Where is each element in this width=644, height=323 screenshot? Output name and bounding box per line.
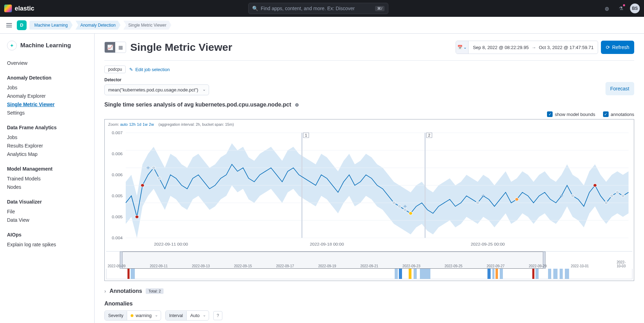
pencil-icon: ✎ bbox=[129, 67, 133, 72]
search-kbd: ⌘/ bbox=[375, 6, 384, 11]
edit-job-selection[interactable]: ✎ Edit job selection bbox=[129, 67, 169, 72]
svg-point-22 bbox=[135, 215, 139, 219]
svg-text:0.006: 0.006 bbox=[112, 152, 123, 156]
space-badge[interactable]: D bbox=[17, 20, 27, 30]
zoom-link[interactable]: 2w bbox=[149, 122, 154, 126]
ml-icon: ✦ bbox=[7, 41, 17, 50]
swimlane[interactable] bbox=[106, 269, 632, 279]
nav-item[interactable]: Anomaly Explorer bbox=[7, 92, 87, 100]
svg-text:2022-09-18 00:00: 2022-09-18 00:00 bbox=[310, 242, 344, 246]
search-icon: 🔍 bbox=[252, 6, 258, 11]
crosshair-icon[interactable]: ⊕ bbox=[295, 102, 299, 108]
toggle-model-bounds[interactable]: ✓show model bounds bbox=[547, 111, 595, 117]
svg-text:2022-09-11 00:00: 2022-09-11 00:00 bbox=[154, 242, 188, 246]
toggle-annotations[interactable]: ✓annotations bbox=[603, 111, 634, 117]
svg-point-24 bbox=[152, 166, 155, 170]
nav-item[interactable]: Single Metric Viewer bbox=[7, 100, 87, 109]
chart-container: Zoom: auto12h1d1w2w (aggregation interva… bbox=[104, 119, 634, 281]
chevron-down-icon: ⌄ bbox=[463, 45, 467, 50]
nav-group-title: Anomaly Detection bbox=[7, 75, 87, 81]
nav-item[interactable]: File bbox=[7, 207, 87, 216]
brand-name: elastic bbox=[15, 5, 34, 12]
svg-text:0.005: 0.005 bbox=[112, 194, 123, 198]
refresh-button[interactable]: ⟳ Refresh bbox=[601, 41, 634, 54]
breadcrumb-row: D Machine Learning Anomaly Detection Sin… bbox=[0, 17, 644, 34]
zoom-link[interactable]: 1d bbox=[137, 122, 141, 126]
svg-rect-16 bbox=[301, 133, 302, 238]
svg-point-25 bbox=[158, 177, 161, 180]
svg-text:0.006: 0.006 bbox=[112, 173, 123, 177]
breadcrumb-smv: Single Metric Viewer bbox=[123, 21, 171, 30]
nav-item[interactable]: Analytics Map bbox=[7, 150, 87, 158]
svg-point-35 bbox=[610, 194, 614, 198]
nav-item[interactable]: Trained Models bbox=[7, 174, 87, 183]
svg-point-29 bbox=[409, 212, 413, 215]
svg-text:1: 1 bbox=[305, 133, 307, 137]
svg-text:2022-09-25 00:00: 2022-09-25 00:00 bbox=[471, 242, 505, 246]
zoom-link[interactable]: auto bbox=[120, 122, 127, 126]
help-icon[interactable]: ◍ bbox=[602, 4, 612, 13]
date-to: Oct 3, 2022 @ 17:47:59.71 bbox=[539, 45, 594, 50]
detector-select[interactable]: mean("kubernetes.pod.cpu.usage.node.pct"… bbox=[104, 84, 209, 95]
chevron-right-icon[interactable]: › bbox=[104, 288, 106, 294]
nav-item[interactable]: Jobs bbox=[7, 83, 87, 92]
svg-point-34 bbox=[604, 201, 608, 205]
svg-point-33 bbox=[593, 184, 597, 187]
nav-group-title: Model Management bbox=[7, 166, 87, 172]
nav-item[interactable]: Explain log rate spikes bbox=[7, 240, 87, 249]
chart-view-icon[interactable]: 📈 bbox=[105, 42, 115, 53]
nav-item[interactable]: Jobs bbox=[7, 133, 87, 142]
table-view-icon[interactable]: ▦ bbox=[115, 42, 126, 53]
date-range-picker[interactable]: 📅⌄ Sep 8, 2022 @ 08:22:29.95 → Oct 3, 20… bbox=[456, 41, 598, 54]
svg-point-32 bbox=[571, 194, 574, 198]
nav-item[interactable]: Settings bbox=[7, 109, 87, 117]
nav-overview[interactable]: Overview bbox=[7, 59, 87, 67]
zoom-link[interactable]: 1w bbox=[143, 122, 147, 126]
sidebar: ✦ Machine Learning Overview Anomaly Dete… bbox=[0, 34, 95, 323]
sidebar-title: Machine Learning bbox=[20, 42, 71, 49]
breadcrumb-ml[interactable]: Machine Learning bbox=[29, 21, 72, 30]
global-search[interactable]: 🔍 Find apps, content, and more. Ex: Disc… bbox=[248, 3, 388, 14]
page-title: Single Metric Viewer bbox=[130, 41, 232, 53]
svg-rect-19 bbox=[424, 133, 425, 238]
search-placeholder: Find apps, content, and more. Ex: Discov… bbox=[261, 6, 373, 11]
user-avatar[interactable]: BS bbox=[630, 4, 640, 13]
nav-group-title: Data Visualizer bbox=[7, 199, 87, 205]
svg-text:0.007: 0.007 bbox=[112, 131, 123, 135]
brand-logo[interactable]: elastic bbox=[4, 5, 34, 12]
main-chart[interactable]: 0.0040.0050.0050.0060.0060.0072022-09-11… bbox=[106, 129, 632, 248]
zoom-link[interactable]: 12h bbox=[129, 122, 136, 126]
nav-item[interactable]: Nodes bbox=[7, 183, 87, 191]
svg-point-23 bbox=[141, 184, 144, 187]
analysis-title: Single time series analysis of avg kuber… bbox=[104, 102, 291, 108]
svg-point-27 bbox=[398, 205, 401, 208]
nav-toggle[interactable] bbox=[4, 20, 14, 30]
nav-group-title: Data Frame Analytics bbox=[7, 125, 87, 130]
svg-text:0.005: 0.005 bbox=[112, 215, 123, 219]
nav-group-title: AIOps bbox=[7, 232, 87, 238]
main-content: 📈 ▦ Single Metric Viewer 📅⌄ Sep 8, 2022 … bbox=[95, 34, 644, 323]
forecast-button[interactable]: Forecast bbox=[605, 82, 634, 95]
date-from: Sep 8, 2022 @ 08:22:29.95 bbox=[473, 45, 528, 50]
newsfeed-icon[interactable]: ⚗ bbox=[616, 4, 626, 13]
job-chip[interactable]: podcpu bbox=[104, 66, 126, 73]
svg-point-28 bbox=[403, 208, 407, 212]
svg-text:2: 2 bbox=[428, 133, 430, 137]
svg-point-26 bbox=[392, 201, 396, 205]
detector-label: Detector bbox=[104, 77, 209, 82]
arrow-right-icon: → bbox=[532, 45, 536, 50]
svg-point-31 bbox=[515, 198, 519, 201]
refresh-icon: ⟳ bbox=[606, 44, 610, 50]
nav-item[interactable]: Results Explorer bbox=[7, 142, 87, 150]
logo-icon bbox=[4, 5, 12, 12]
calendar-icon: 📅 bbox=[457, 45, 463, 50]
overview-chart[interactable]: 2022-09-092022-09-112022-09-132022-09-15… bbox=[106, 251, 632, 269]
svg-point-36 bbox=[616, 191, 619, 194]
svg-point-37 bbox=[621, 194, 625, 198]
top-bar: elastic 🔍 Find apps, content, and more. … bbox=[0, 0, 644, 17]
nav-item[interactable]: Data View bbox=[7, 216, 87, 224]
svg-text:0.004: 0.004 bbox=[112, 236, 123, 240]
view-toggle[interactable]: 📈 ▦ bbox=[104, 42, 126, 53]
breadcrumb-anomaly[interactable]: Anomaly Detection bbox=[75, 21, 120, 30]
svg-point-30 bbox=[476, 201, 479, 205]
